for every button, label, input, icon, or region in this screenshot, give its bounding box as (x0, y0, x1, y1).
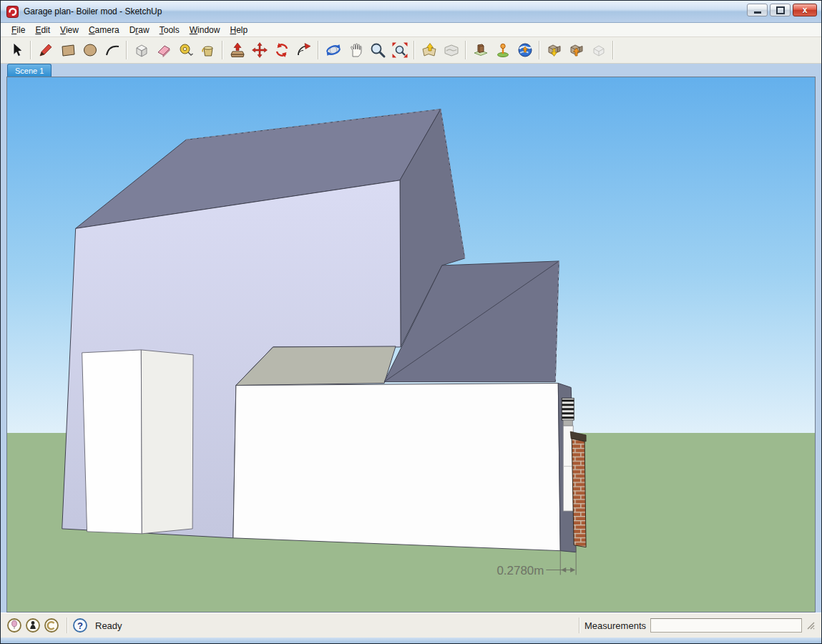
menu-tools[interactable]: Tools (155, 24, 185, 36)
paint-bucket-icon (200, 42, 217, 59)
statusbar-separator (67, 618, 68, 633)
add-location-tool-button[interactable] (418, 39, 440, 61)
google-earth-tool-button[interactable] (514, 39, 536, 61)
toolbar-separator (222, 41, 223, 59)
push-pull-tool-button[interactable] (226, 39, 248, 61)
zoom-extents-icon (391, 42, 408, 59)
garage-front-wall (233, 384, 560, 551)
minimize-icon (754, 11, 761, 14)
circle-tool-button[interactable] (79, 39, 101, 61)
line-tool-button[interactable] (34, 39, 57, 61)
share-component-tool-button-disabled[interactable] (587, 39, 610, 61)
attribution-person-icon (25, 618, 41, 633)
toolbar-separator (612, 41, 614, 59)
minimize-button[interactable] (747, 4, 768, 16)
rotate-tool-button[interactable] (270, 39, 293, 61)
house-door-right-panel (141, 350, 193, 534)
photo-textures-tool-button[interactable] (469, 39, 491, 61)
toolbar-separator (414, 41, 415, 59)
viewport-3d-canvas[interactable]: 0.2780m (6, 77, 816, 613)
sketchup-logo-icon (6, 6, 19, 18)
tape-measure-icon (177, 42, 195, 59)
rotate-arrows-icon (273, 42, 290, 59)
menu-file[interactable]: File (6, 24, 30, 36)
menu-help[interactable]: Help (225, 24, 253, 36)
get-models-icon (546, 42, 563, 59)
measurements-input[interactable] (650, 618, 802, 633)
window-title: Garage plan- Boiler mod - SketchUp (24, 6, 747, 16)
position-pin-icon (494, 42, 512, 59)
dimension-text: 0.2780m (496, 564, 544, 577)
attribution-status-button[interactable] (25, 618, 41, 633)
pan-tool-button[interactable] (344, 39, 366, 61)
toolbar-separator (539, 41, 540, 59)
maximize-button[interactable] (770, 4, 791, 16)
statusbar-separator (579, 618, 580, 633)
follow-me-tool-button[interactable] (293, 39, 315, 61)
toggle-terrain-icon (443, 42, 460, 59)
sketchup-window: Garage plan- Boiler mod - SketchUp x Fil… (0, 0, 822, 644)
status-text: Ready (95, 620, 122, 631)
menu-camera[interactable]: Camera (84, 24, 124, 36)
menubar: File Edit View Camera Draw Tools Window … (1, 23, 821, 37)
zoom-tool-button[interactable] (366, 39, 388, 61)
toolbar-separator (30, 41, 31, 59)
select-tool-button[interactable] (5, 39, 27, 61)
pan-hand-icon (347, 42, 364, 59)
push-pull-icon (229, 42, 246, 59)
help-question-icon: ? (72, 618, 88, 633)
menu-window[interactable]: Window (185, 24, 225, 36)
brick-wall (572, 439, 586, 547)
house-door-left-panel (82, 350, 142, 534)
component-box-icon (133, 42, 150, 59)
model-scene: 0.2780m (7, 77, 815, 612)
orbit-icon (325, 42, 342, 59)
scene-tab-row: Scene 1 (1, 64, 821, 77)
claim-credit-status-button[interactable] (44, 618, 59, 633)
place-model-tool-button[interactable] (491, 39, 514, 61)
geolocation-icon (6, 618, 22, 633)
add-location-icon (421, 42, 438, 59)
select-arrow-icon (8, 42, 25, 59)
toggle-terrain-tool-button[interactable] (440, 39, 462, 61)
paint-bucket-tool-button[interactable] (197, 39, 219, 61)
move-arrows-icon (251, 42, 268, 59)
maximize-icon (776, 6, 785, 14)
resize-grip[interactable] (806, 620, 816, 630)
scene-tab-1[interactable]: Scene 1 (7, 64, 52, 77)
status-bar: ? Ready Measurements (1, 613, 821, 638)
arc-tool-button[interactable] (101, 39, 123, 61)
toolbar-separator (126, 41, 127, 59)
geolocation-status-button[interactable] (6, 618, 22, 633)
share-component-disabled-icon (590, 42, 607, 59)
toolbar (1, 37, 821, 64)
tape-measure-tool-button[interactable] (175, 39, 197, 61)
claim-credit-icon (44, 618, 59, 633)
eraser-tool-button[interactable] (152, 39, 175, 61)
toolbar-separator (465, 41, 466, 59)
flue-base (563, 420, 572, 426)
measurements-label: Measurements (584, 620, 646, 631)
menu-view[interactable]: View (55, 24, 84, 36)
make-component-tool-button[interactable] (130, 39, 152, 61)
window-bottom-edge (1, 638, 821, 643)
share-model-tool-button[interactable] (565, 39, 587, 61)
get-models-tool-button[interactable] (543, 39, 565, 61)
close-button[interactable]: x (793, 4, 817, 16)
menu-draw[interactable]: Draw (124, 24, 155, 36)
menu-edit[interactable]: Edit (30, 24, 55, 36)
scene-tab-label: Scene 1 (15, 67, 44, 75)
window-controls: x (747, 4, 817, 16)
title-bar: Garage plan- Boiler mod - SketchUp x (1, 1, 821, 23)
move-tool-button[interactable] (248, 39, 270, 61)
toolbar-separator (318, 41, 319, 59)
orbit-tool-button[interactable] (322, 39, 344, 61)
share-model-icon (568, 42, 585, 59)
follow-me-icon (295, 42, 313, 59)
rectangle-tool-button[interactable] (57, 39, 79, 61)
arc-icon (104, 42, 121, 59)
zoom-extents-tool-button[interactable] (388, 39, 411, 61)
magnifier-icon (369, 42, 386, 59)
eraser-icon (155, 42, 172, 59)
help-status-button[interactable]: ? (72, 618, 88, 633)
